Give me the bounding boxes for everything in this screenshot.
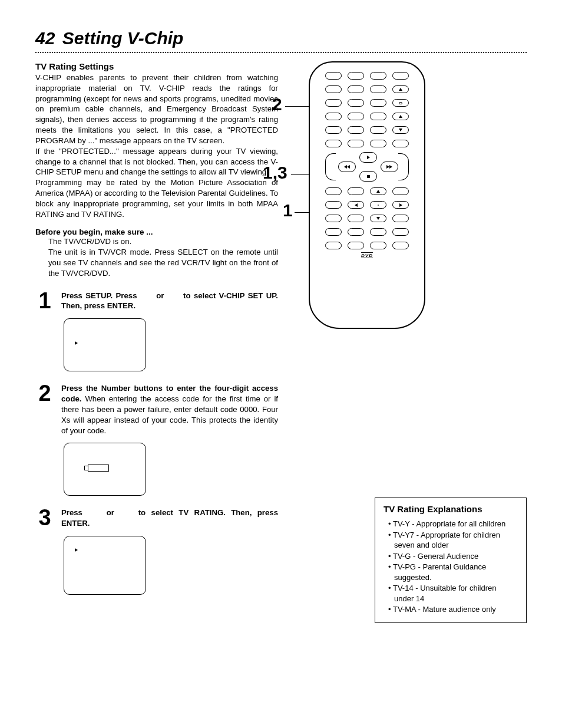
remote-button — [325, 201, 342, 209]
screen2-field-icon — [88, 465, 109, 472]
cursor-triangle-icon — [75, 341, 78, 345]
intro-paragraph-2: If the "PROTECTED..." message appears du… — [35, 146, 278, 177]
remote-left-button — [348, 201, 364, 209]
step-1-number: 1 — [35, 291, 54, 312]
remote-button — [325, 140, 342, 147]
up-icon — [399, 115, 402, 118]
step-3-text-or: or — [101, 508, 120, 517]
remote-up-button — [370, 187, 386, 195]
remote-row — [310, 228, 424, 236]
remote-ff-button — [381, 162, 398, 172]
remote-row — [310, 85, 424, 93]
sidebar-item: TV-PG - Parental Guidance suggested. — [384, 562, 518, 582]
sidebar-list: TV-Y - Appropriate for all children TV-Y… — [384, 519, 518, 615]
remote-button — [370, 85, 386, 93]
sidebar-item: TV-G - General Audience — [384, 551, 518, 562]
step-1-text-or: or — [153, 291, 167, 300]
remote-row — [310, 187, 424, 195]
right-icon — [399, 203, 402, 207]
remote-eject-button — [392, 85, 409, 93]
before-line-1: The TV/VCR/DVD is on. — [48, 236, 278, 247]
remote-row — [310, 242, 424, 249]
remote-ch-down-button — [392, 126, 409, 134]
before-line-2: The unit is in TV/VCR mode. Press SELECT… — [48, 247, 278, 278]
remote-button — [370, 228, 386, 236]
remote-button — [325, 215, 342, 222]
step-1-body: Press SETUP. Press or to select V-CHIP S… — [61, 291, 278, 312]
circle-icon — [378, 205, 379, 206]
sidebar-heading: TV Rating Explanations — [384, 504, 518, 514]
remote-button — [325, 113, 342, 120]
step-2-rest: When entering the access code for the fi… — [61, 394, 278, 434]
remote-dvd-label: DVD — [310, 253, 424, 258]
remote-rewind-button — [338, 162, 356, 172]
intro-paragraph-3: Programming may be rated by the Motion P… — [35, 177, 278, 219]
remote-row — [310, 72, 424, 80]
remote-button — [370, 99, 386, 107]
remote-button — [325, 99, 342, 107]
bracket-left-icon — [325, 153, 336, 180]
remote-stop-button — [359, 171, 377, 182]
screen-illustration-2 — [64, 443, 146, 496]
step-3: 3 Press or to select TV RATING. Then, pr… — [35, 508, 278, 529]
remote-button — [392, 215, 409, 222]
remote-button — [348, 228, 364, 236]
remote-button — [348, 99, 364, 107]
remote-button — [348, 242, 364, 249]
sidebar-item: TV-Y7 - Appropriate for children seven a… — [384, 530, 518, 551]
remote-button — [348, 187, 364, 195]
remote-button — [325, 242, 342, 249]
remote-ch-up-button — [392, 113, 409, 120]
screen-illustration-3 — [64, 536, 146, 595]
step-2: 2 Press the Number buttons to enter the … — [35, 383, 278, 436]
step-3-number: 3 — [35, 508, 54, 529]
remote-play-button — [359, 152, 377, 163]
stop-icon — [367, 175, 370, 178]
remote-right-button — [392, 201, 409, 209]
intro-paragraph-1: V-CHIP enables parents to prevent their … — [35, 73, 278, 146]
remote-button — [392, 72, 409, 80]
loop-icon — [399, 102, 402, 104]
step-2-number: 2 — [35, 383, 54, 436]
remote-play-cluster — [310, 152, 424, 182]
remote-down-button — [370, 215, 386, 222]
remote-row — [310, 99, 424, 107]
remote-button — [348, 126, 364, 134]
page-number: 42 — [35, 28, 55, 48]
remote-row — [310, 201, 424, 209]
header-divider — [35, 52, 527, 53]
step-2-body: Press the Number buttons to enter the fo… — [61, 383, 278, 436]
remote-button — [392, 228, 409, 236]
remote-row — [310, 113, 424, 120]
bracket-right-icon — [398, 153, 409, 180]
remote-button — [392, 242, 409, 249]
remote-button — [325, 228, 342, 236]
step-3-body: Press or to select TV RATING. Then, pres… — [61, 508, 278, 529]
step-1-text-a: Press SETUP. Press — [61, 291, 140, 300]
section-heading: TV Rating Settings — [35, 61, 278, 71]
eject-icon — [399, 88, 402, 91]
step-3-text-b: to select TV RATING. Then, press ENTER. — [61, 508, 278, 528]
down-icon — [376, 217, 380, 220]
remote-button — [348, 72, 364, 80]
callout-1-3: 1,3 — [263, 163, 287, 183]
sidebar-item: TV-Y - Appropriate for all children — [384, 519, 518, 529]
left-icon — [355, 203, 358, 207]
remote-button — [325, 85, 342, 93]
cursor-triangle-icon — [75, 548, 78, 552]
remote-button — [370, 113, 386, 120]
before-body: The TV/VCR/DVD is on. The unit is in TV/… — [48, 236, 278, 278]
callout-2: 2 — [272, 94, 282, 114]
callout-1: 1 — [283, 200, 293, 220]
remote-button — [370, 126, 386, 134]
sidebar-item: TV-14 - Unsuitable for children under 14 — [384, 583, 518, 604]
remote-button — [348, 113, 364, 120]
page-header: 42 Setting V-Chip — [35, 28, 527, 48]
before-heading: Before you begin, make sure ... — [35, 228, 278, 236]
remote-row — [310, 140, 424, 147]
remote-button — [348, 85, 364, 93]
remote-button — [370, 242, 386, 249]
left-column: TV Rating Settings V-CHIP enables parent… — [35, 61, 278, 597]
sidebar-item: TV-MA - Mature audience only — [384, 604, 518, 615]
play-icon — [367, 156, 370, 159]
